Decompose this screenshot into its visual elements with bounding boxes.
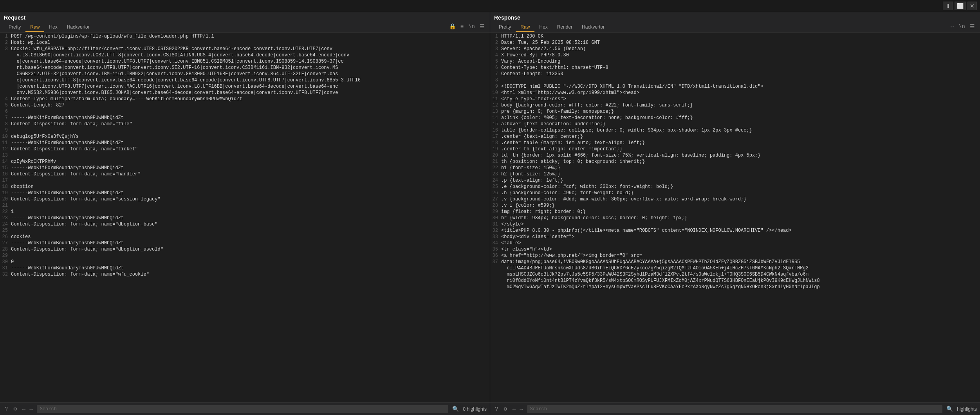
tab-hackvertor[interactable]: Hackvertor: [62, 23, 94, 32]
table-row: 300: [0, 259, 490, 265]
line-content: Vary: Accept-Encoding: [501, 58, 980, 65]
table-row: 20td, th {border: 1px solid #666; font-s…: [490, 152, 980, 159]
request-forward-icon[interactable]: →: [28, 405, 34, 413]
pause-button[interactable]: ⏸: [943, 2, 953, 10]
table-row: ri0f8dd0YoNfi0nt4ntBlPT4zYvmQkf3kR5/sW4x…: [490, 278, 980, 284]
tab-hex[interactable]: Hex: [44, 23, 62, 32]
request-settings-icon[interactable]: ⚙: [12, 405, 18, 413]
line-content: Host: wp.local: [11, 40, 490, 46]
table-row: 23------WebKitFormBoundarymhsh0PUwMWbQid…: [0, 215, 490, 221]
line-number: 26: [0, 234, 11, 240]
tab-pretty[interactable]: Pretty: [4, 23, 25, 32]
request-title: Request: [4, 14, 486, 21]
line-number: 2: [0, 40, 11, 46]
table-row: 6Content-Type: text/html; charset=UTF-8: [490, 65, 980, 71]
line-number: 16: [490, 127, 501, 134]
request-newline-icon[interactable]: \n: [467, 23, 476, 31]
tab-response-hackvertor[interactable]: Hackvertor: [577, 23, 609, 32]
line-content: </style>: [501, 221, 980, 227]
response-settings-icon[interactable]: ⚙: [502, 405, 508, 413]
line-number: 36: [490, 253, 501, 259]
line-number: 1: [0, 33, 11, 40]
table-row: 11------WebKitFormBoundarymhsh0PUwMWbQid…: [0, 140, 490, 146]
response-panel: Response Pretty Raw Hex Render Hackverto…: [490, 12, 980, 415]
request-search-icon[interactable]: 🔍: [451, 405, 460, 413]
line-number: 25: [0, 227, 11, 234]
request-help-icon[interactable]: ?: [3, 405, 9, 413]
line-content: pre {margin: 0; font-family: monospace;}: [501, 108, 980, 115]
close-button[interactable]: ✕: [967, 2, 977, 10]
response-menu-icon[interactable]: ☰: [969, 22, 976, 31]
tab-response-pretty[interactable]: Pretty: [494, 23, 516, 32]
line-number: 8: [0, 121, 11, 127]
request-list-icon[interactable]: ≡: [459, 23, 465, 31]
line-number: [0, 71, 11, 77]
line-number: 1: [490, 33, 501, 40]
line-content: .center th {text-align: center !importan…: [501, 146, 980, 152]
line-number: [490, 265, 501, 271]
tab-response-hex[interactable]: Hex: [534, 23, 552, 32]
tab-raw[interactable]: Raw: [25, 23, 44, 32]
line-content: qzEyWxRcCKTPRhMv: [11, 159, 490, 165]
table-row: 4X-Powered-By: PHP/8.0.30: [490, 52, 980, 58]
line-number: [0, 58, 11, 65]
request-search-input[interactable]: [37, 405, 449, 413]
table-row: CSGB2312.UTF-32|convert.iconv.IBM-1161.I…: [0, 71, 490, 77]
response-search-input[interactable]: [527, 405, 943, 413]
line-content: onv.MSS32.MS936|convert.iconv.BIG5.JOHAB…: [11, 90, 490, 96]
line-content: [11, 108, 490, 115]
line-number: 11: [490, 96, 501, 102]
response-newline-icon[interactable]: \n: [957, 23, 966, 31]
line-content: Content-Disposition: form-data; name="fi…: [11, 121, 490, 127]
table-row: 16Content-Disposition: form-data; name="…: [0, 171, 490, 177]
table-row: 14qzEyWxRcCKTPRhMv: [0, 159, 490, 165]
response-search-icon[interactable]: 🔍: [945, 405, 955, 413]
response-swap-icon[interactable]: ↔: [949, 23, 955, 31]
line-content: [11, 202, 490, 209]
table-row: 22h1 {font-size: 150%;}: [490, 165, 980, 171]
line-content: Content-Disposition: form-data; name="db…: [11, 246, 490, 253]
table-row: onv.MSS32.MS936|convert.iconv.BIG5.JOHAB…: [0, 90, 490, 96]
line-number: [490, 284, 501, 290]
line-content: img {float: right; border: 0;}: [501, 209, 980, 215]
response-back-icon[interactable]: ←: [511, 405, 517, 413]
tab-response-render[interactable]: Render: [552, 23, 577, 32]
line-number: 20: [0, 196, 11, 202]
line-content: Content-Type: text/html; charset=UTF-8: [501, 65, 980, 71]
line-number: [0, 52, 11, 58]
line-content: h2 {font-size: 125%;}: [501, 171, 980, 177]
line-content: hr {width: 934px; background-color: #ccc…: [501, 215, 980, 221]
line-content: Content-Disposition: form-data; name="se…: [11, 196, 490, 202]
table-row: 10<html xmlns="http://www.w3.org/1999/xh…: [490, 90, 980, 96]
line-number: 28: [490, 202, 501, 209]
line-content: dboption: [11, 184, 490, 190]
line-content: ------WebKitFormBoundarymhsh0PUwMWbQidZt: [11, 215, 490, 221]
line-number: 32: [0, 271, 11, 278]
table-row: 23h2 {font-size: 125%;}: [490, 171, 980, 177]
table-row: 8Content-Disposition: form-data; name="f…: [0, 121, 490, 127]
response-help-icon[interactable]: ?: [493, 405, 500, 413]
table-row: 19.center th {text-align: center !import…: [490, 146, 980, 152]
line-content: [501, 77, 980, 83]
line-number: 18: [490, 140, 501, 146]
line-number: 21: [490, 159, 501, 165]
request-panel: Request Pretty Raw Hex Hackvertor 🔒 ≡ \n…: [0, 12, 490, 415]
line-number: 7: [490, 71, 501, 77]
request-menu-icon[interactable]: ☰: [478, 22, 486, 31]
line-number: 35: [490, 246, 501, 253]
line-number: 13: [490, 108, 501, 115]
line-number: 26: [490, 190, 501, 196]
line-content: ri0f8dd0YoNfi0nt4ntBlPT4zYvmQkf3kR5/sW4x…: [501, 278, 980, 284]
request-back-icon[interactable]: ←: [21, 405, 27, 413]
response-forward-icon[interactable]: →: [518, 405, 524, 413]
table-row: 30hr {width: 934px; background-color: #c…: [490, 215, 980, 221]
line-number: 6: [490, 65, 501, 71]
window-button[interactable]: ⬜: [955, 2, 966, 10]
line-number: [490, 271, 501, 278]
request-lock-icon[interactable]: 🔒: [448, 22, 457, 31]
line-content: h1 {font-size: 150%;}: [501, 165, 980, 171]
line-content: th {position: sticky; top: 0; background…: [501, 159, 980, 165]
tab-response-raw[interactable]: Raw: [516, 23, 534, 32]
line-content: .center {text-align: center;}: [501, 134, 980, 140]
table-row: 17: [0, 177, 490, 184]
